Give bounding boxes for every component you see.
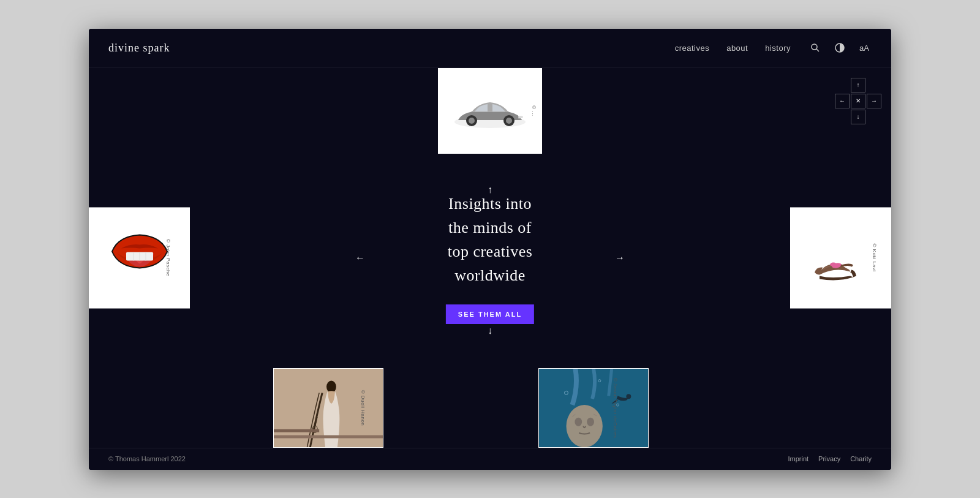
footer-link-charity[interactable]: Charity [850, 455, 872, 462]
footer-link-imprint[interactable]: Imprint [788, 455, 809, 462]
svg-point-27 [587, 417, 594, 426]
svg-rect-19 [274, 435, 383, 438]
grid-nav-empty-br [867, 110, 881, 124]
grid-nav-empty-tl [835, 78, 850, 92]
grid-navigation: ↑ ← ✕ → ↓ [835, 78, 881, 124]
font-size-icon[interactable]: aA [857, 40, 872, 55]
footer-copyright: © Thomas Hammerl 2022 [108, 455, 186, 462]
card-bottom-right[interactable]: © Jason Taylor deCaires [538, 368, 649, 448]
card-left-middle[interactable]: © John Pasche [89, 207, 190, 308]
nav-link-creatives[interactable]: creatives [675, 43, 710, 53]
hero-center: Insights into the minds of top creatives… [446, 192, 534, 324]
nav-links: creatives about history aA [675, 40, 872, 55]
card-bottom-right-credit: © Jason Taylor deCaires [612, 377, 618, 438]
arrow-left[interactable]: ← [355, 252, 365, 263]
grid-nav-left[interactable]: ← [835, 94, 850, 108]
card-bottom-left-credit: © Duell Hanon [360, 390, 365, 426]
grid-nav-empty-tr [867, 78, 881, 92]
svg-point-26 [575, 417, 582, 426]
card-right-credit: © Koki Lavi [871, 243, 876, 271]
cta-button[interactable]: SEE THEM ALL [446, 304, 534, 324]
footer-links: Imprint Privacy Charity [788, 455, 872, 462]
card-bottom-left[interactable]: © Duell Hanon [273, 368, 383, 448]
svg-line-1 [816, 49, 819, 51]
svg-point-18 [326, 380, 336, 393]
grid-nav-down[interactable]: ↓ [851, 110, 865, 124]
card-right-middle[interactable]: © Koki Lavi [790, 207, 891, 308]
arrow-down[interactable]: ↓ [488, 325, 492, 336]
footer: © Thomas Hammerl 2022 Imprint Privacy Ch… [89, 448, 891, 470]
nav-icons: aA [808, 40, 872, 55]
nav-link-history[interactable]: history [765, 43, 791, 53]
svg-point-30 [626, 394, 631, 399]
svg-point-8 [518, 116, 523, 118]
card-top-credit: © ... [531, 105, 537, 116]
search-icon[interactable] [808, 40, 823, 55]
footer-link-privacy[interactable]: Privacy [818, 455, 840, 462]
svg-rect-20 [274, 429, 319, 432]
svg-point-25 [566, 405, 602, 447]
card-left-credit: © John Pasche [165, 239, 171, 276]
grid-nav-center[interactable]: ✕ [851, 94, 865, 108]
svg-point-0 [812, 44, 817, 50]
grid-nav-right[interactable]: → [867, 94, 881, 108]
hero-heading: Insights into the minds of top creatives… [446, 192, 534, 287]
svg-point-7 [506, 118, 512, 124]
card-top-center[interactable]: © ... [438, 68, 542, 154]
contrast-icon[interactable] [832, 40, 847, 55]
site-logo[interactable]: divine spark [108, 42, 170, 55]
arrow-right[interactable]: → [615, 252, 625, 263]
svg-point-5 [469, 118, 475, 124]
navbar: divine spark creatives about history [89, 29, 891, 68]
nav-link-about[interactable]: about [726, 43, 748, 53]
main-content: ↑ ← ✕ → ↓ [89, 68, 891, 448]
grid-nav-up[interactable]: ↑ [851, 78, 865, 92]
grid-nav-empty-bl [835, 110, 850, 124]
browser-window: divine spark creatives about history [89, 29, 891, 470]
